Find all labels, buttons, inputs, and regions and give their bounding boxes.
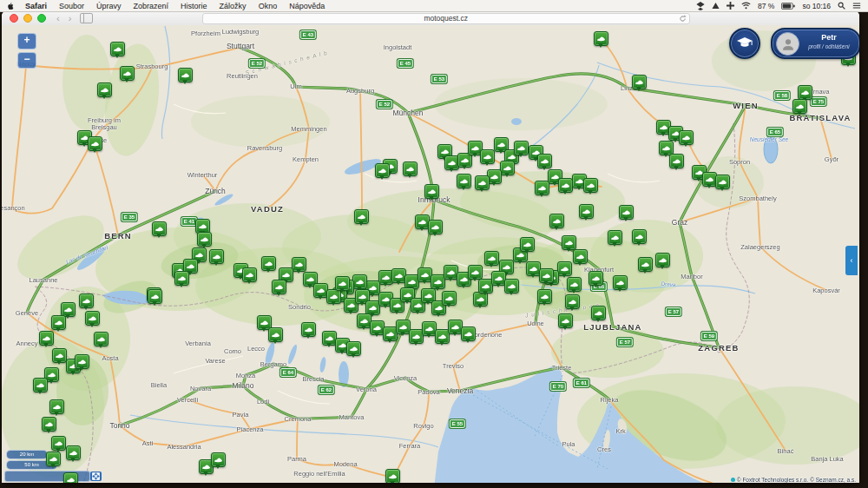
triangle-icon[interactable]	[712, 2, 720, 10]
address-bar[interactable]: motoquest.cz	[202, 13, 690, 24]
menu-items: SafariSouborÚpravyZobrazeníHistorieZálož…	[19, 2, 331, 10]
notification-center-icon[interactable]	[852, 2, 861, 10]
apple-menu-icon[interactable]	[7, 2, 14, 10]
close-window-button[interactable]	[10, 14, 18, 23]
map-attribution: © Foxtrot Technologies s.r.o. © Seznam.c…	[731, 477, 856, 483]
dropbox-icon[interactable]	[696, 2, 705, 10]
wifi-icon[interactable]	[741, 2, 751, 10]
spotlight-icon[interactable]	[838, 2, 845, 10]
map-canvas[interactable]: BERNVADUZWIENBRATISLAVALJUBLJANAZAGREBSt…	[2, 25, 859, 483]
reload-icon[interactable]	[679, 15, 687, 24]
browser-toolbar: ‹ › motoquest.cz	[2, 11, 859, 26]
traffic-lights	[10, 14, 46, 23]
forward-button[interactable]: ›	[69, 12, 72, 24]
battery-icon	[781, 3, 795, 10]
profile-name: Petr	[802, 33, 856, 43]
minimize-window-button[interactable]	[23, 14, 32, 23]
safari-window: ‹ › motoquest.cz	[2, 11, 859, 483]
zoom-in-button[interactable]: +	[17, 33, 36, 49]
menu-safari[interactable]: Safari	[19, 2, 53, 10]
zoom-out-button[interactable]: −	[17, 52, 36, 69]
url-text: motoquest.cz	[424, 14, 468, 23]
menubar-clock[interactable]: so 10:16	[802, 2, 831, 10]
nav-buttons: ‹ ›	[56, 12, 71, 24]
menu-soubor[interactable]: Soubor	[53, 2, 90, 10]
graduation-cap-icon	[737, 37, 753, 49]
menu-nápověda[interactable]: Nápověda	[283, 2, 331, 10]
sidebar-toggle-button[interactable]	[80, 13, 93, 23]
menubar-status: 87 % so 10:16	[696, 2, 868, 10]
battery-percent: 87 %	[758, 2, 774, 10]
user-profile-widget[interactable]: Petr profil / odhlášení	[771, 28, 859, 59]
courses-button[interactable]	[729, 28, 760, 59]
menu-úpravy[interactable]: Úpravy	[90, 2, 128, 10]
menu-okno[interactable]: Okno	[253, 2, 284, 10]
profile-links[interactable]: profil / odhlášení	[802, 43, 856, 50]
attribution-foxtrot[interactable]: © Foxtrot Technologies s.r.o.	[737, 477, 808, 483]
attribution-seznam[interactable]: © Seznam.cz, a.s.	[810, 477, 856, 483]
person-icon	[781, 37, 795, 51]
menu-záložky[interactable]: Záložky	[214, 2, 253, 10]
macos-menubar: SafariSouborÚpravyZobrazeníHistorieZálož…	[0, 0, 868, 12]
maximize-window-button[interactable]	[37, 14, 46, 23]
avatar	[776, 32, 799, 56]
panel-collapse-tab[interactable]: ‹	[845, 246, 858, 275]
profile-texts: Petr profil / odhlášení	[802, 33, 856, 50]
menu-zobrazení[interactable]: Zobrazení	[128, 2, 175, 10]
keyboard-layout-icon[interactable]	[727, 2, 734, 10]
mapy-logo-icon	[731, 478, 735, 482]
menu-historie[interactable]: Historie	[174, 2, 214, 10]
back-button[interactable]: ‹	[56, 12, 60, 24]
